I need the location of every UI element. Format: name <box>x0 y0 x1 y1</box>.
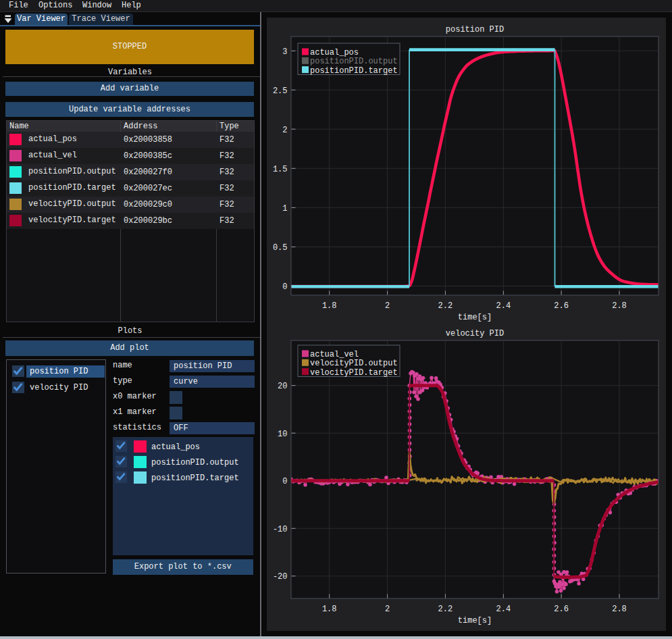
svg-text:3: 3 <box>282 47 287 57</box>
svg-text:velocityPID.output: velocityPID.output <box>310 359 398 368</box>
svg-text:time[s]: time[s] <box>458 616 492 625</box>
svg-text:velocityPID.target: velocityPID.target <box>310 368 398 378</box>
svg-text:2.2: 2.2 <box>438 301 453 311</box>
svg-text:20: 20 <box>278 382 287 391</box>
svg-text:2.6: 2.6 <box>554 301 569 311</box>
svg-text:-10: -10 <box>273 525 288 534</box>
svg-text:1: 1 <box>282 204 287 213</box>
svg-text:2.4: 2.4 <box>496 301 511 311</box>
svg-text:0: 0 <box>282 282 287 292</box>
svg-text:2.4: 2.4 <box>496 605 511 614</box>
svg-text:time[s]: time[s] <box>458 313 492 322</box>
svg-text:2.5: 2.5 <box>273 86 288 96</box>
svg-text:1.8: 1.8 <box>322 605 337 614</box>
svg-text:2: 2 <box>385 605 390 614</box>
svg-text:2.6: 2.6 <box>554 605 569 614</box>
svg-text:actual_vel: actual_vel <box>310 350 359 359</box>
svg-text:position PID: position PID <box>446 25 504 34</box>
svg-text:1.5: 1.5 <box>273 165 288 174</box>
svg-text:2: 2 <box>385 301 390 311</box>
svg-text:-20: -20 <box>273 572 288 582</box>
svg-text:2.8: 2.8 <box>612 301 627 311</box>
svg-text:actual_pos: actual_pos <box>310 48 359 57</box>
svg-text:0.5: 0.5 <box>273 243 288 253</box>
svg-text:velocity PID: velocity PID <box>446 329 504 338</box>
svg-text:2.2: 2.2 <box>438 605 453 614</box>
svg-text:2.8: 2.8 <box>612 605 627 614</box>
svg-text:1.8: 1.8 <box>322 301 337 311</box>
svg-text:2: 2 <box>282 126 287 135</box>
svg-text:0: 0 <box>282 477 287 486</box>
svg-text:positionPID.target: positionPID.target <box>310 66 398 76</box>
svg-text:positionPID.output: positionPID.output <box>310 57 398 66</box>
svg-text:10: 10 <box>278 430 287 439</box>
